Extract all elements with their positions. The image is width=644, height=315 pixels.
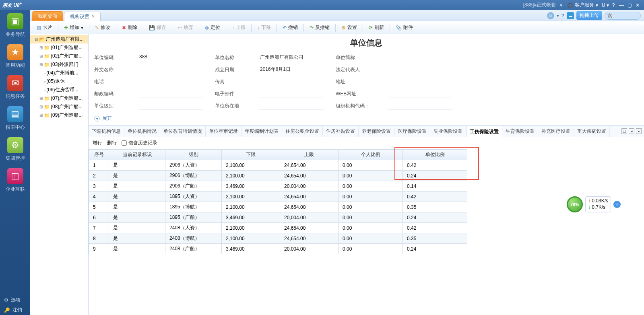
table-cell: 0.35 <box>403 202 467 212</box>
cloud-icon[interactable]: ☁ <box>567 12 574 19</box>
inner-tab[interactable]: 年度编制计划表 <box>242 126 282 137</box>
smiley-icon[interactable]: ☺ <box>547 12 554 19</box>
customer-service[interactable]: 🎧 客户服务 ▾ <box>567 2 598 8</box>
table-cell: 2,100.00 <box>222 160 280 171</box>
expand-toggle[interactable]: ▾ 展开 <box>89 113 644 125</box>
table-row[interactable]: 4是1895（人资）2,100.0024,654.000.000.42 <box>89 191 467 202</box>
tree-node[interactable]: ⊞📁(07)广州造船... <box>30 94 88 103</box>
inner-tab[interactable]: 补充医疗设置 <box>538 126 574 137</box>
addrow-button[interactable]: 增行 <box>93 140 102 146</box>
target-icon: ◎ <box>205 25 209 31</box>
table-row[interactable]: 6是1895（广船）3,469.0020,004.000.000.24 <box>89 212 467 223</box>
close-tab-icon[interactable]: × <box>92 14 95 19</box>
tree-node[interactable]: ⊞📁(03)外派部门 <box>30 60 88 69</box>
network-plus-icon[interactable]: + <box>613 201 621 208</box>
table-cell: 是 <box>109 202 165 212</box>
form-label: 单位所在地 <box>215 103 247 109</box>
settings-button[interactable]: ⚙设置 <box>338 23 360 32</box>
form-label: 单位编码 <box>94 54 126 61</box>
table-row[interactable]: 3是2906（广船）3,469.0020,004.000.000.14 <box>89 181 467 191</box>
maximize-button[interactable]: ▢ <box>625 2 634 8</box>
help-button[interactable]: ? <box>609 2 617 8</box>
history-checkbox-wrapper[interactable]: 包含历史记录 <box>122 140 157 146</box>
upload-drag-button[interactable]: 拖拽上传 <box>576 11 602 20</box>
refresh-button[interactable]: ⟳刷新 <box>365 23 387 32</box>
table-row[interactable]: 7是2408（人资）2,100.0024,654.000.000.42 <box>89 223 467 233</box>
nav-reports[interactable]: ▤报表中心 <box>3 106 27 131</box>
account-dropdown-icon[interactable]: ▾ <box>560 2 562 8</box>
add-button[interactable]: ✚增加 ▾ <box>61 23 87 32</box>
tab-nav-next[interactable]: ▸ <box>636 128 642 134</box>
tab-org-settings[interactable]: 机构设置× <box>64 12 101 21</box>
inner-tab[interactable]: 住房公积金设置 <box>282 126 323 137</box>
table-header-row: 序号 当前记录标识 级别 下限 上限 个人比例 单位比例 <box>89 150 467 160</box>
inner-tab[interactable]: 养老保险设置 <box>359 126 394 137</box>
inner-tab[interactable]: 单位教育培训情况 <box>160 126 206 137</box>
inner-tab[interactable]: 生育保险设置 <box>502 126 538 137</box>
inner-tab[interactable]: 医疗保险设置 <box>394 126 430 137</box>
nav-favorites[interactable]: ★常用功能 <box>3 44 27 69</box>
tab-nav-prev[interactable]: ◂ <box>629 128 634 134</box>
tab-nav-expand[interactable]: ▢ <box>621 128 627 134</box>
close-window-button[interactable]: ✕ <box>634 2 642 8</box>
u-dropdown[interactable]: U ▾ <box>601 2 609 8</box>
card-button[interactable]: ▤卡片 <box>33 23 56 32</box>
tree-node[interactable]: ▫(04)广州博航... <box>30 69 88 77</box>
table-cell: 0.00 <box>339 233 403 244</box>
table-row[interactable]: 1是2906（人资）2,100.0024,654.000.000.42 <box>89 160 467 171</box>
table-cell: 1895（广船） <box>165 212 222 223</box>
help-icon[interactable]: ? <box>561 13 564 19</box>
redo-button[interactable]: ↷反撤销 <box>306 23 333 32</box>
tree-node[interactable]: ⊞📁(02)广州广船... <box>30 52 88 60</box>
table-row[interactable]: 2是2906（博航）2,100.0024,654.000.000.24 <box>89 171 467 181</box>
edit-button[interactable]: ✎修改 <box>92 23 114 32</box>
history-checkbox[interactable] <box>122 140 127 146</box>
table-cell: 2,100.00 <box>222 233 280 244</box>
nav-logout[interactable]: 🔑注销 <box>0 305 30 315</box>
nav-enterprise[interactable]: ◫企业互联 <box>3 168 27 193</box>
form-label: 法定代表人 <box>336 66 376 73</box>
table-cell: 1895（博航） <box>165 202 222 212</box>
tree-node[interactable]: ⊞📁(08)广州广船... <box>30 103 88 111</box>
locate-button[interactable]: ◎定位 <box>202 23 223 32</box>
tree-node[interactable]: ▫(05)退休 <box>30 77 88 86</box>
table-row[interactable]: 5是1895（博航）2,100.0024,654.000.000.35 <box>89 202 467 212</box>
sub-toolbar: 增行 删行 包含历史记录 <box>89 137 644 149</box>
tab-desktop[interactable]: 我的桌面 <box>32 11 63 21</box>
nav-options[interactable]: ⚙选项 <box>0 295 30 305</box>
inner-tab[interactable]: 重大疾病设置 <box>574 126 610 137</box>
table-cell: 0.00 <box>339 212 403 223</box>
tree-node[interactable]: ⊞📁(01)广州造船... <box>30 43 88 52</box>
minimize-button[interactable]: — <box>617 2 625 8</box>
table-row[interactable]: 8是2408（博航）2,100.0024,654.000.000.35 <box>89 233 467 244</box>
network-widget[interactable]: 78% 0.03K/s 0.7K/s + <box>567 196 621 212</box>
form-label: 单位名称 <box>215 54 247 61</box>
table-row[interactable]: 9是2408（广船）3,469.0020,004.000.000.24 <box>89 244 467 254</box>
inner-tab[interactable]: 住房补贴设置 <box>323 126 359 137</box>
table-cell: 是 <box>109 223 165 233</box>
table-cell: 0.35 <box>403 233 467 244</box>
delete-button[interactable]: ✖删除 <box>119 23 140 32</box>
tree-node[interactable]: ⊞📁(09)广州造船... <box>30 111 88 119</box>
table-cell: 3 <box>89 181 109 191</box>
inner-tab[interactable]: 失业保险设置 <box>430 126 466 137</box>
nav-messages[interactable]: ✉消息任务 <box>3 75 27 100</box>
folder-icon: 📁 <box>44 54 50 59</box>
nav-business[interactable]: ▣业务导航 <box>3 13 27 38</box>
tab-strip: 我的桌面 机构设置× ☺ ▾ ? ☁ 拖拽上传 <box>30 10 644 21</box>
inner-tab[interactable]: 单位年审记录 <box>206 126 242 137</box>
tree-root[interactable]: ⊟📂广州造船厂有限... <box>30 35 88 43</box>
delrow-button[interactable]: 删行 <box>107 140 117 146</box>
table-cell: 0.00 <box>339 181 403 191</box>
tree-node[interactable]: ▫(06)住房货币... <box>30 86 88 94</box>
form-label: 单位级别 <box>94 103 126 109</box>
inner-tab[interactable]: 下缩机构信息 <box>89 126 124 137</box>
undo-button[interactable]: ↶撤销 <box>279 23 301 32</box>
nav-group[interactable]: ⚙集团管控 <box>3 137 27 162</box>
inner-tab[interactable]: 单位机构情况 <box>124 126 160 137</box>
account-label[interactable]: [888]#正式帐套 <box>523 2 556 8</box>
search-input[interactable] <box>605 12 641 20</box>
app-logo: 用友 U8+ <box>2 2 22 9</box>
inner-tab-active[interactable]: 工伤保险设置 <box>466 126 502 137</box>
attachment-button[interactable]: 📎附件 <box>392 23 416 32</box>
